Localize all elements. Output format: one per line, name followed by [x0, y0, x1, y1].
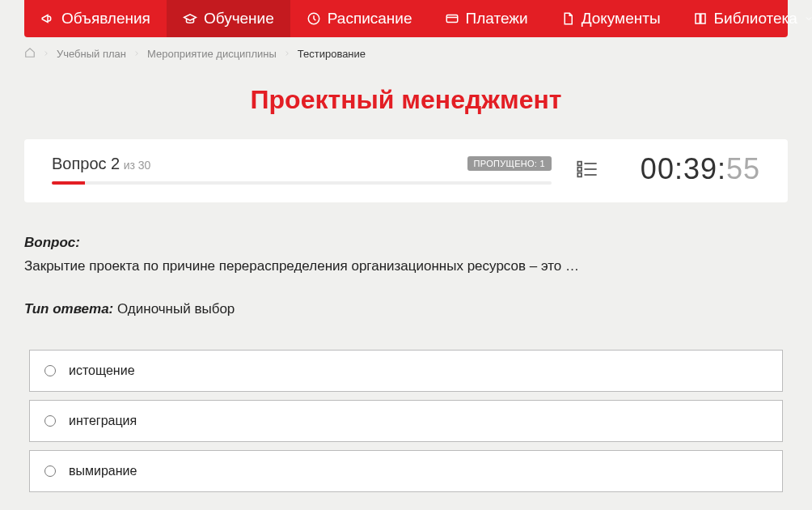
progress-bar	[52, 181, 552, 185]
megaphone-icon	[40, 11, 55, 26]
breadcrumb-current: Тестирование	[298, 48, 366, 60]
home-icon[interactable]	[24, 47, 36, 61]
chevron-right-icon	[283, 48, 291, 60]
svg-rect-2	[577, 162, 582, 166]
timer: 00:39:55	[623, 152, 760, 186]
option-row[interactable]: истощение	[29, 350, 783, 392]
nav-label: Документы	[582, 10, 661, 28]
option-label: вымирание	[69, 464, 137, 478]
nav-schedule[interactable]: Расписание	[290, 0, 429, 37]
question-progress-block: Вопрос 2 из 30 ПРОПУЩЕНО: 1	[52, 155, 552, 185]
page-title: Проектный менеджмент	[24, 85, 788, 115]
nav-label: Расписание	[328, 10, 412, 28]
chevron-right-icon	[42, 48, 50, 60]
nav-label: Объявления	[61, 10, 150, 28]
nav-label: Платежи	[466, 10, 528, 28]
nav-payments[interactable]: Платежи	[429, 0, 544, 37]
answer-type-value: Одиночный выбор	[117, 301, 235, 317]
svg-rect-4	[577, 173, 582, 177]
option-radio[interactable]	[44, 415, 56, 427]
option-label: истощение	[69, 363, 135, 378]
clock-icon	[307, 11, 321, 26]
option-label: интеграция	[69, 414, 137, 428]
option-row[interactable]: вымирание	[29, 450, 783, 492]
svg-rect-1	[446, 15, 458, 23]
question-status-bar: Вопрос 2 из 30 ПРОПУЩЕНО: 1 00:39:55	[24, 139, 788, 202]
breadcrumb-item[interactable]: Учебный план	[57, 48, 126, 60]
breadcrumb-item[interactable]: Мероприятие дисциплины	[147, 48, 277, 60]
skipped-badge: ПРОПУЩЕНО: 1	[467, 156, 552, 171]
timer-main: 00:39:	[641, 152, 726, 185]
nav-label: Обучение	[204, 10, 274, 28]
question-number: Вопрос 2	[52, 155, 120, 172]
question-total: из 30	[124, 159, 151, 172]
progress-fill	[52, 181, 85, 185]
graduation-icon	[183, 11, 197, 26]
answer-type: Тип ответа: Одиночный выбор	[24, 301, 788, 317]
nav-announcements[interactable]: Объявления	[24, 0, 167, 37]
main-navbar: Объявления Обучение Расписание Платежи Д…	[24, 0, 788, 37]
timer-seconds: 55	[726, 152, 760, 185]
nav-library[interactable]: Библиотека	[677, 0, 812, 37]
breadcrumb: Учебный план Мероприятие дисциплины Тест…	[24, 37, 788, 70]
card-icon	[445, 11, 459, 26]
answer-options: истощение интеграция вымирание	[24, 350, 788, 492]
answer-type-label: Тип ответа:	[24, 301, 113, 317]
document-icon	[560, 11, 575, 26]
chevron-right-icon	[133, 48, 141, 60]
nav-documents[interactable]: Документы	[544, 0, 677, 37]
nav-education[interactable]: Обучение	[167, 0, 290, 37]
question-text: Закрытие проекта по причине перераспреде…	[24, 256, 788, 277]
svg-rect-3	[577, 168, 582, 172]
option-row[interactable]: интеграция	[29, 400, 783, 442]
book-icon	[693, 11, 708, 26]
nav-label: Библиотека	[714, 10, 797, 28]
option-radio[interactable]	[44, 465, 56, 477]
chevron-down-icon	[804, 11, 812, 26]
question-section: Вопрос: Закрытие проекта по причине пере…	[24, 235, 788, 277]
option-radio[interactable]	[44, 365, 56, 376]
question-list-icon[interactable]	[576, 158, 598, 181]
question-label: Вопрос:	[24, 235, 788, 251]
